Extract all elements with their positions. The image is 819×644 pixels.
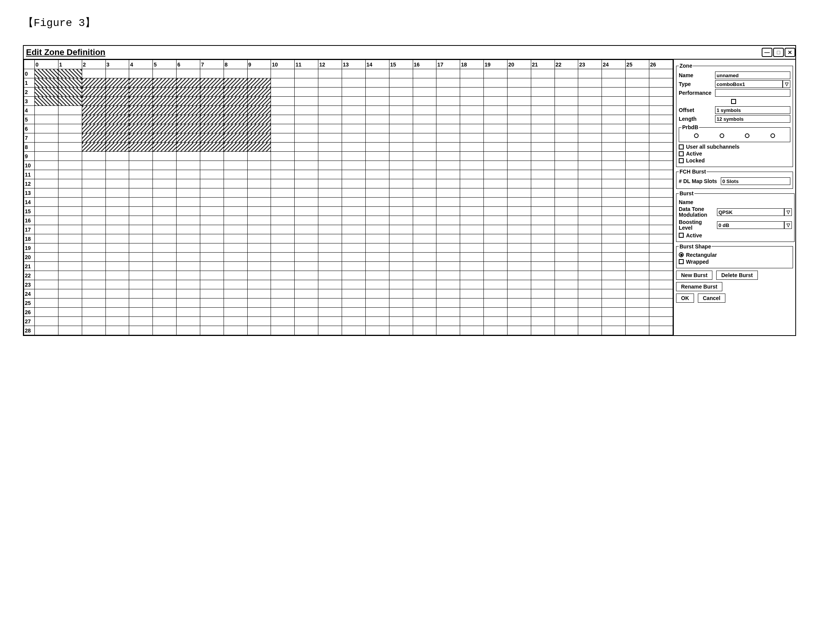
grid-cell[interactable] <box>602 152 626 161</box>
grid-cell[interactable] <box>413 124 436 133</box>
grid-cell[interactable] <box>153 262 177 271</box>
grid-cell[interactable] <box>200 115 224 124</box>
grid-cell[interactable] <box>484 97 508 106</box>
grid-cell[interactable] <box>436 298 460 308</box>
grid-cell[interactable] <box>531 298 555 308</box>
grid-cell[interactable] <box>436 317 460 326</box>
grid-cell[interactable] <box>436 179 460 188</box>
grid-cell[interactable] <box>507 234 531 243</box>
grid-cell[interactable] <box>200 69 224 78</box>
grid-cell[interactable] <box>436 289 460 298</box>
grid-cell[interactable] <box>129 78 153 88</box>
grid-cell[interactable] <box>58 317 82 326</box>
grid-cell[interactable] <box>200 97 224 106</box>
grid-cell[interactable] <box>271 161 295 170</box>
grid-cell[interactable] <box>602 234 626 243</box>
grid-cell[interactable] <box>129 262 153 271</box>
grid-cell[interactable] <box>507 69 531 78</box>
grid-cell[interactable] <box>35 253 58 262</box>
grid-cell[interactable] <box>177 97 200 106</box>
grid-cell[interactable] <box>58 78 82 88</box>
grid-cell[interactable] <box>365 133 389 143</box>
grid-cell[interactable] <box>105 308 129 317</box>
grid-cell[interactable] <box>626 69 649 78</box>
grid-cell[interactable] <box>507 106 531 115</box>
grid-cell[interactable] <box>531 326 555 335</box>
grid-cell[interactable] <box>365 298 389 308</box>
grid-cell[interactable] <box>507 124 531 133</box>
grid-cell[interactable] <box>602 216 626 225</box>
grid-cell[interactable] <box>460 106 484 115</box>
grid-cell[interactable] <box>224 69 247 78</box>
grid-cell[interactable] <box>224 280 247 289</box>
grid-cell[interactable] <box>626 198 649 207</box>
cancel-button[interactable]: Cancel <box>698 294 725 303</box>
grid-cell[interactable] <box>484 179 508 188</box>
grid-cell[interactable] <box>271 317 295 326</box>
grid-cell[interactable] <box>484 308 508 317</box>
grid-cell[interactable] <box>436 78 460 88</box>
grid-cell[interactable] <box>436 161 460 170</box>
grid-cell[interactable] <box>200 317 224 326</box>
grid-cell[interactable] <box>365 106 389 115</box>
grid-cell[interactable] <box>578 308 602 317</box>
grid-cell[interactable] <box>555 216 578 225</box>
grid-cell[interactable] <box>224 143 247 152</box>
grid-cell[interactable] <box>200 152 224 161</box>
grid-cell[interactable] <box>484 133 508 143</box>
grid-cell[interactable] <box>555 262 578 271</box>
grid-cell[interactable] <box>365 289 389 298</box>
grid-cell[interactable] <box>649 308 673 317</box>
grid-cell[interactable] <box>105 289 129 298</box>
grid-cell[interactable] <box>200 262 224 271</box>
grid-cell[interactable] <box>295 133 318 143</box>
grid-cell[interactable] <box>318 198 342 207</box>
grid-cell[interactable] <box>342 179 365 188</box>
grid-cell[interactable] <box>200 106 224 115</box>
grid-cell[interactable] <box>105 152 129 161</box>
grid-cell[interactable] <box>555 161 578 170</box>
grid-cell[interactable] <box>129 188 153 198</box>
grid-cell[interactable] <box>82 216 105 225</box>
grid-cell[interactable] <box>58 262 82 271</box>
grid-cell[interactable] <box>318 179 342 188</box>
grid-cell[interactable] <box>295 253 318 262</box>
grid-cell[interactable] <box>153 216 177 225</box>
grid-cell[interactable] <box>177 225 200 234</box>
grid-cell[interactable] <box>342 88 365 97</box>
grid-cell[interactable] <box>460 97 484 106</box>
grid-cell[interactable] <box>129 225 153 234</box>
grid-cell[interactable] <box>129 170 153 179</box>
grid-cell[interactable] <box>105 115 129 124</box>
grid-cell[interactable] <box>507 115 531 124</box>
grid-cell[interactable] <box>318 253 342 262</box>
grid-cell[interactable] <box>342 115 365 124</box>
grid-cell[interactable] <box>507 216 531 225</box>
grid-cell[interactable] <box>129 179 153 188</box>
grid-cell[interactable] <box>35 271 58 280</box>
grid-cell[interactable] <box>318 262 342 271</box>
grid-cell[interactable] <box>649 243 673 253</box>
grid-cell[interactable] <box>413 97 436 106</box>
grid-cell[interactable] <box>649 179 673 188</box>
grid-cell[interactable] <box>436 124 460 133</box>
grid-cell[interactable] <box>82 225 105 234</box>
data-tone-modulation-combo[interactable]: ▽ <box>717 208 792 216</box>
grid-cell[interactable] <box>342 298 365 308</box>
grid-cell[interactable] <box>295 271 318 280</box>
grid-cell[interactable] <box>602 262 626 271</box>
grid-cell[interactable] <box>649 152 673 161</box>
grid-cell[interactable] <box>295 188 318 198</box>
grid-cell[interactable] <box>200 234 224 243</box>
grid-cell[interactable] <box>507 289 531 298</box>
grid-cell[interactable] <box>626 97 649 106</box>
burst-active-checkbox[interactable] <box>679 233 684 238</box>
grid-cell[interactable] <box>578 106 602 115</box>
grid-cell[interactable] <box>295 106 318 115</box>
grid-cell[interactable] <box>649 262 673 271</box>
grid-cell[interactable] <box>413 161 436 170</box>
boosting-level-combo[interactable]: ▽ <box>717 221 792 229</box>
grid-cell[interactable] <box>626 115 649 124</box>
grid-cell[interactable] <box>649 97 673 106</box>
grid-cell[interactable] <box>602 78 626 88</box>
